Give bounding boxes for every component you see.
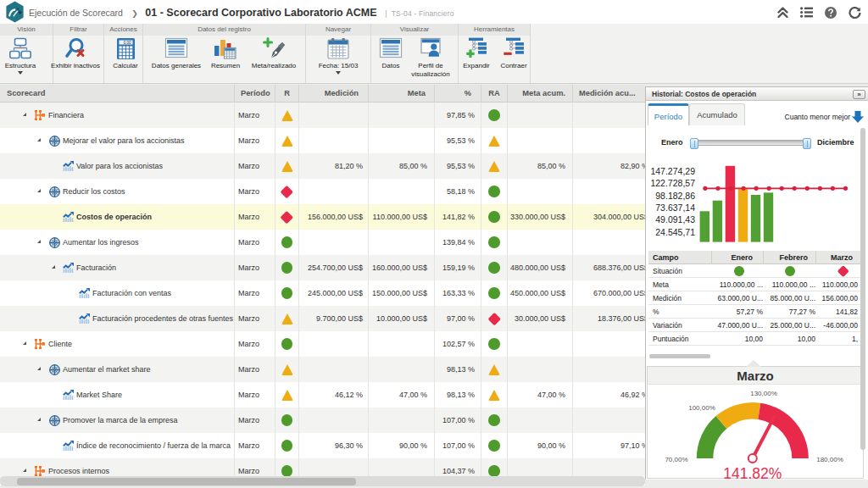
svg-text:130,00%: 130,00% <box>750 390 777 397</box>
svg-text:141.82%: 141.82% <box>723 465 782 480</box>
svg-text:0.00: 0.00 <box>123 41 131 45</box>
svg-text:100,00%: 100,00% <box>688 404 715 412</box>
svg-text:70,00%: 70,00% <box>665 456 687 463</box>
svg-text:180,00%: 180,00% <box>816 456 843 463</box>
